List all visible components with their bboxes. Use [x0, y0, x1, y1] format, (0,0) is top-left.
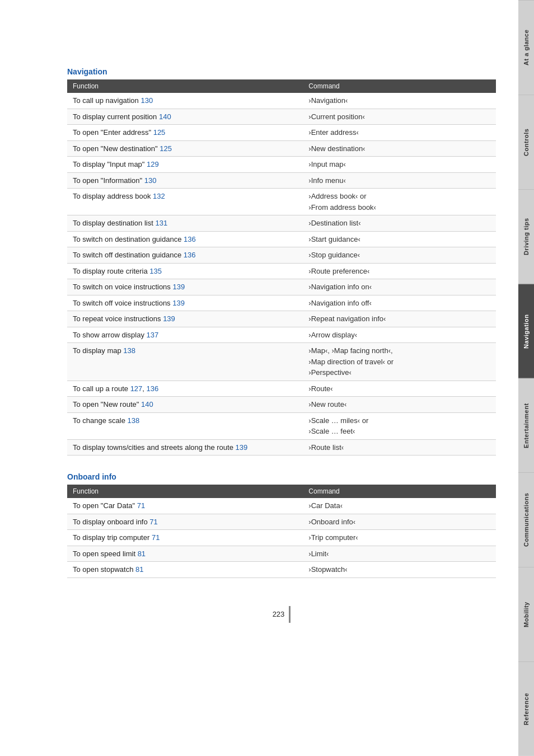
nav-function-cell: To switch off voice instructions 139: [67, 295, 303, 311]
onboard-table-row: To open stopwatch 81›Stopwatch‹: [67, 562, 496, 578]
nav-function-cell: To show arrow display 137: [67, 327, 303, 343]
nav-table-row: To open "Information" 130›Info menu‹: [67, 172, 496, 189]
onboard-command-cell: ›Stopwatch‹: [303, 562, 496, 578]
onboard-function-cell: To display trip computer 71: [67, 530, 303, 546]
onboard-function-cell: To open "Car Data" 71: [67, 498, 303, 514]
page-link[interactable]: 71: [152, 533, 160, 542]
nav-table-row: To repeat voice instructions 139›Repeat …: [67, 311, 496, 327]
nav-table-row: To call up navigation 130›Navigation‹: [67, 93, 496, 109]
page-link[interactable]: 125: [160, 144, 172, 153]
onboard-command-cell: ›Trip computer‹: [303, 530, 496, 546]
tab-reference[interactable]: Reference: [518, 661, 534, 756]
nav-command-cell: ›Route preference‹: [303, 263, 496, 279]
nav-table-row: To open "New destination" 125›New destin…: [67, 140, 496, 157]
tab-at-a-glance[interactable]: At a glance: [518, 0, 534, 95]
onboard-command-cell: ›Onboard info‹: [303, 514, 496, 530]
nav-function-cell: To call up a route 127, 136: [67, 381, 303, 397]
tab-entertainment[interactable]: Entertainment: [518, 378, 534, 473]
nav-table-row: To display towns/cities and streets alon…: [67, 439, 496, 456]
nav-function-cell: To display route criteria 135: [67, 263, 303, 279]
onboard-table-header-row: Function Command: [67, 485, 496, 498]
page-link[interactable]: 137: [147, 331, 159, 339]
page-link[interactable]: 71: [149, 518, 157, 526]
tab-driving-tips[interactable]: Driving tips: [518, 189, 534, 284]
onboard-table-row: To display trip computer 71›Trip compute…: [67, 530, 496, 546]
nav-col-function: Function: [67, 79, 303, 93]
page-number-area: 223: [67, 606, 496, 623]
page-link[interactable]: 81: [138, 550, 146, 558]
page-link[interactable]: 139: [236, 443, 248, 452]
nav-command-cell: ›Route list‹: [303, 439, 496, 456]
page-link[interactable]: 139: [172, 283, 185, 291]
page-link[interactable]: 129: [147, 160, 159, 168]
nav-function-cell: To switch on voice instructions 139: [67, 279, 303, 295]
page-link[interactable]: 125: [153, 128, 166, 137]
nav-table-row: To switch on voice instructions 139›Navi…: [67, 279, 496, 295]
nav-function-cell: To switch off destination guidance 136: [67, 247, 303, 264]
nav-function-cell: To display "Input map" 129: [67, 157, 303, 173]
navigation-table-header-row: Function Command: [67, 79, 496, 93]
nav-command-cell: ›Scale … miles‹ or›Scale … feet‹: [303, 412, 496, 439]
nav-table-row: To switch off voice instructions 139›Nav…: [67, 295, 496, 311]
onboard-table: Function Command To open "Car Data" 71›C…: [67, 485, 496, 578]
nav-function-cell: To display current position 140: [67, 109, 303, 125]
nav-table-row: To change scale 138›Scale … miles‹ or›Sc…: [67, 412, 496, 439]
page-link[interactable]: 135: [149, 267, 162, 275]
page-link[interactable]: 138: [123, 346, 135, 355]
nav-table-row: To switch off destination guidance 136›S…: [67, 247, 496, 264]
tab-navigation[interactable]: Navigation: [518, 284, 534, 378]
sidebar-tabs: At a glance Controls Driving tips Naviga…: [518, 0, 534, 756]
page-link[interactable]: 138: [128, 416, 140, 425]
nav-command-cell: ›Map‹, ›Map facing north‹,›Map direction…: [303, 343, 496, 381]
nav-function-cell: To open "Enter address" 125: [67, 125, 303, 141]
nav-function-cell: To display destination list 131: [67, 215, 303, 232]
page-link[interactable]: 81: [135, 565, 143, 574]
onboard-command-cell: ›Limit‹: [303, 546, 496, 562]
page-container: At a glance Controls Driving tips Naviga…: [0, 0, 534, 756]
nav-function-cell: To open "New destination" 125: [67, 140, 303, 157]
page-divider: [289, 606, 291, 623]
onboard-function-cell: To open stopwatch 81: [67, 562, 303, 578]
main-content: Navigation Function Command To call up n…: [0, 34, 518, 645]
nav-table-row: To show arrow display 137›Arrow display‹: [67, 327, 496, 343]
nav-function-cell: To display towns/cities and streets alon…: [67, 439, 303, 456]
onboard-function-cell: To display onboard info 71: [67, 514, 303, 530]
nav-command-cell: ›Stop guidance‹: [303, 247, 496, 264]
page-link[interactable]: 140: [141, 400, 153, 408]
onboard-table-row: To open speed limit 81›Limit‹: [67, 546, 496, 562]
onboard-col-command: Command: [303, 485, 496, 498]
page-number: 223: [273, 610, 285, 618]
nav-function-cell: To repeat voice instructions 139: [67, 311, 303, 327]
nav-table-row: To display current position 140›Current …: [67, 109, 496, 125]
navigation-section-title: Navigation: [67, 67, 496, 76]
tab-mobility[interactable]: Mobility: [518, 567, 534, 661]
page-link[interactable]: 130: [140, 96, 153, 105]
onboard-function-cell: To open speed limit 81: [67, 546, 303, 562]
nav-function-cell: To open "New route" 140: [67, 397, 303, 413]
page-link[interactable]: 136: [147, 384, 159, 393]
page-link[interactable]: 131: [155, 219, 167, 227]
navigation-table: Function Command To call up navigation 1…: [67, 79, 496, 456]
nav-function-cell: To display map 138: [67, 343, 303, 381]
page-link[interactable]: 139: [163, 314, 175, 323]
nav-table-row: To display address book 132›Address book…: [67, 189, 496, 215]
page-link[interactable]: 136: [184, 235, 196, 243]
nav-command-cell: ›New destination‹: [303, 140, 496, 157]
page-link[interactable]: 127: [130, 384, 143, 393]
nav-command-cell: ›Navigation info on‹: [303, 279, 496, 295]
page-link[interactable]: 132: [153, 192, 165, 200]
nav-command-cell: ›New route‹: [303, 397, 496, 413]
page-link[interactable]: 71: [137, 501, 145, 510]
nav-command-cell: ›Destination list‹: [303, 215, 496, 232]
nav-command-cell: ›Address book‹ or›From address book‹: [303, 189, 496, 215]
nav-col-command: Command: [303, 79, 496, 93]
page-link[interactable]: 130: [144, 176, 157, 185]
nav-table-row: To open "New route" 140›New route‹: [67, 397, 496, 413]
page-link[interactable]: 140: [159, 112, 171, 121]
nav-table-row: To open "Enter address" 125›Enter addres…: [67, 125, 496, 141]
tab-communications[interactable]: Communications: [518, 472, 534, 567]
tab-controls[interactable]: Controls: [518, 95, 534, 189]
page-link[interactable]: 139: [172, 299, 185, 307]
nav-command-cell: ›Current position‹: [303, 109, 496, 125]
page-link[interactable]: 136: [184, 251, 196, 259]
